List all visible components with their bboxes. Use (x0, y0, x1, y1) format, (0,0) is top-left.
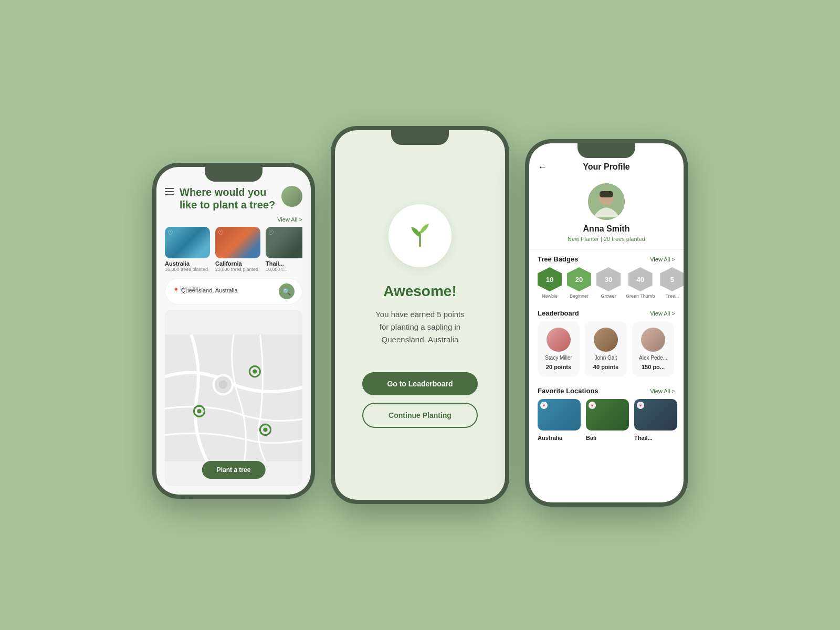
location-cards: ♡ Australia 16,000 trees planted ♡ Calif… (165, 227, 302, 272)
leaderboard-view-all[interactable]: View All > (650, 310, 675, 317)
badge-label-beginner: Beginner (570, 293, 589, 299)
lb-name-stacy: Stacy Miller (545, 355, 572, 361)
phone-home: Where would you like to plant a tree? Vi… (152, 163, 315, 499)
svg-point-4 (253, 370, 257, 374)
list-item[interactable]: ♡ Australia 16,000 trees planted (165, 227, 210, 272)
location-image-california: ♡ (215, 227, 260, 258)
p1-title: Where would you like to plant a tree? (180, 186, 276, 211)
profile-name: Anna Smith (583, 224, 630, 234)
badge-item-beginner: 20 Beginner (567, 267, 591, 299)
p3-header: ← Your Profile (529, 162, 684, 178)
badges-view-all[interactable]: View All > (650, 256, 675, 262)
fav-img-australia: ♥ (538, 399, 581, 430)
awesome-title: Awesome! (383, 283, 457, 300)
search-label: Location (180, 285, 200, 291)
search-bar[interactable]: Location 📍 Queensland, Australia 🔍 (165, 278, 302, 304)
continue-planting-button[interactable]: Continue Planting (362, 403, 478, 428)
favorites-row: ♥ Australia ♥ Bali ♥ Thail. (529, 399, 684, 442)
lb-avatar-alex (641, 328, 665, 352)
badge-hex-grower: 30 (596, 267, 621, 291)
badge-item-grower: 30 Grower (596, 267, 621, 299)
search-button[interactable]: 🔍 (279, 284, 295, 299)
location-image-australia: ♡ (165, 227, 210, 258)
phone-profile: ← Your Profile Anna Smith New (525, 139, 688, 507)
fav-card-bali[interactable]: ♥ Bali (586, 399, 629, 442)
description-text: You have earned 5 pointsfor planting a s… (375, 310, 465, 344)
list-item-john[interactable]: John Galt 40 points (585, 321, 627, 376)
phone-success: Awesome! You have earned 5 pointsfor pla… (331, 126, 509, 504)
avatar-image (281, 186, 302, 207)
phones-container: Where would you like to plant a tree? Vi… (152, 123, 688, 507)
p1-header: Where would you like to plant a tree? (165, 186, 302, 211)
avatar[interactable] (281, 186, 302, 207)
fav-name-australia: Australia (538, 435, 562, 441)
notch-2 (391, 130, 449, 145)
fav-card-thailand[interactable]: ♥ Thail... (634, 399, 677, 442)
list-item-stacy[interactable]: Stacy Miller 20 points (538, 321, 580, 376)
profile-avatar-img (588, 183, 625, 220)
phone1-content: Where would you like to plant a tree? Vi… (156, 167, 311, 495)
profile-section: Anna Smith New Planter | 20 trees plante… (529, 178, 684, 250)
badges-section-header: Tree Badges View All > (529, 250, 684, 267)
fav-heart-icon[interactable]: ♥ (540, 402, 548, 409)
heart-icon[interactable]: ♡ (218, 229, 226, 238)
view-all-link[interactable]: View All > (165, 216, 302, 223)
badges-row: 10 Newbie 20 Beginner 30 Gr (529, 267, 684, 304)
badge-hex-newbie: 10 (538, 267, 562, 291)
favorites-title: Favorite Locations (538, 387, 598, 395)
profile-avatar (588, 183, 625, 220)
heart-icon[interactable]: ♡ (268, 229, 277, 238)
map-area[interactable]: Plant a tree (165, 310, 302, 486)
list-item[interactable]: ♡ Thail... 10,000 t... (266, 227, 302, 272)
badge-label-grower: Grower (601, 293, 616, 299)
lb-name-john: John Galt (595, 355, 617, 361)
lb-points-alex: 150 po... (642, 364, 665, 370)
location-image-thailand: ♡ (266, 227, 302, 258)
location-trees: 10,000 t... (266, 267, 302, 272)
location-name: Thail... (266, 260, 302, 267)
list-item[interactable]: ♡ California 23,000 trees planted (215, 227, 260, 272)
success-description: You have earned 5 pointsfor planting a s… (375, 308, 465, 346)
plant-tree-button[interactable]: Plant a tree (202, 461, 266, 479)
fav-name-thailand: Thail... (634, 435, 653, 441)
leaderboard-title: Leaderboard (538, 309, 579, 317)
svg-point-6 (197, 409, 201, 413)
badge-label-greenthumb: Green Thumb (626, 293, 655, 299)
fav-img-bali: ♥ (586, 399, 629, 430)
location-trees: 23,000 trees planted (215, 267, 260, 272)
location-trees: 16,000 trees planted (165, 267, 210, 272)
fav-name-bali: Bali (586, 435, 596, 441)
hamburger-menu[interactable] (165, 186, 174, 195)
badge-hex-beginner: 20 (567, 267, 591, 291)
fav-card-australia[interactable]: ♥ Australia (538, 399, 581, 442)
location-name: Australia (165, 260, 210, 267)
favorites-view-all[interactable]: View All > (650, 388, 675, 394)
profile-meta: New Planter | 20 trees planted (568, 236, 645, 242)
pin-icon: 📍 (173, 288, 179, 293)
badge-item-tree: 5 Tree... (660, 267, 684, 299)
svg-point-8 (263, 427, 267, 432)
favorites-section-header: Favorite Locations View All > (529, 382, 684, 399)
notch-1 (205, 167, 262, 182)
leaderboard-row: Stacy Miller 20 points John Galt 40 poin… (529, 321, 684, 382)
lb-avatar-john (594, 328, 618, 352)
list-item-alex[interactable]: Alex Pede... 150 po... (632, 321, 674, 376)
badge-item-greenthumb: 40 Green Thumb (626, 267, 655, 299)
search-icon: 🔍 (282, 288, 291, 296)
sapling-icon (402, 217, 438, 254)
lb-points-john: 40 points (593, 364, 618, 370)
leaderboard-button[interactable]: Go to Leaderboard (362, 372, 478, 395)
badge-hex-tree: 5 (660, 267, 684, 291)
fav-heart-icon[interactable]: ♥ (589, 402, 596, 409)
lb-name-alex: Alex Pede... (639, 355, 667, 361)
profile-page-title: Your Profile (583, 162, 630, 172)
badge-hex-greenthumb: 40 (628, 267, 653, 291)
fav-heart-icon[interactable]: ♥ (637, 402, 644, 409)
map-svg (165, 310, 302, 486)
plant-icon-circle (388, 204, 452, 267)
badge-label-newbie: Newbie (542, 293, 558, 299)
leaderboard-section-header: Leaderboard View All > (529, 304, 684, 321)
notch-3 (578, 143, 635, 158)
back-button[interactable]: ← (538, 162, 547, 173)
heart-icon[interactable]: ♡ (167, 229, 176, 238)
